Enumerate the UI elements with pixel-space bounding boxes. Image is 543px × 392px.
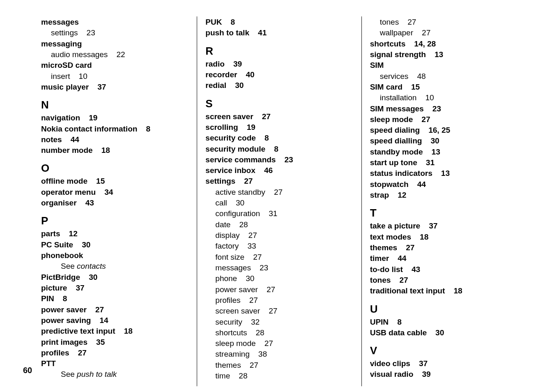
index-subentry: tones 27 — [370, 17, 518, 27]
index-entry: service inbox 46 — [205, 166, 353, 175]
index-entry-term: security module — [205, 145, 265, 153]
index-subentry: phone 30 — [205, 274, 353, 284]
index-subentry-term: themes — [215, 361, 241, 369]
index-entry: standby mode 13 — [370, 147, 518, 157]
index-entry-term: navigation — [41, 113, 80, 122]
index-entry-pages: 37 — [410, 359, 428, 368]
index-subentry-term: factory — [215, 242, 239, 250]
index-entry: take a picture 37 — [370, 221, 518, 231]
index-entry-pages: 18 — [93, 146, 110, 154]
index-entry-pages: 44 — [62, 135, 79, 144]
index-subentry-term: phone — [215, 274, 237, 283]
index-subentry-pages: 28 — [230, 371, 247, 380]
index-entry-term: speed dialing — [370, 126, 420, 134]
index-entry-term: PictBridge — [41, 273, 80, 281]
index-entry: start up tone 31 — [370, 158, 518, 168]
index-subentry: security 32 — [205, 317, 353, 327]
index-entry: print images 35 — [41, 337, 189, 347]
index-subentry: call 30 — [205, 198, 353, 208]
index-entry: security module 8 — [205, 144, 353, 154]
index-entry-pages: 18 — [411, 233, 428, 241]
index-entry-pages: 30 — [422, 136, 439, 145]
index-entry: messaging — [41, 39, 189, 49]
index-letter-heading: P — [41, 214, 189, 227]
index-entry: speed dialing 16, 25 — [370, 125, 518, 135]
index-entry-term: microSD card — [41, 61, 92, 69]
index-entry-pages: 39 — [225, 60, 242, 68]
index-entry-term: shortcuts — [370, 39, 406, 48]
index-entry-pages: 19 — [238, 123, 255, 131]
index-subentry: wallpaper 27 — [370, 28, 518, 38]
index-entry-pages: 40 — [237, 70, 254, 79]
index-subentry-term: installation — [380, 93, 417, 102]
index-subentry: active standby 27 — [205, 187, 353, 197]
index-entry: strap 12 — [370, 190, 518, 200]
index-entry: settings 27 — [205, 176, 353, 186]
index-entry-pages: 41 — [249, 28, 267, 37]
index-letter-heading: S — [205, 97, 353, 110]
index-entry-term: phonebook — [41, 251, 83, 260]
index-subentry: insert 10 — [41, 71, 189, 81]
index-column-2: PUK 8push to talk 41Rradio 39recorder 40… — [197, 16, 361, 386]
index-entry: UPIN 8 — [370, 317, 518, 327]
index-subentry-term: active standby — [215, 188, 265, 196]
index-subentry-pages: 31 — [260, 209, 277, 218]
index-entry: shortcuts 14, 28 — [370, 39, 518, 49]
index-subentry-term: font size — [215, 253, 244, 261]
index-subentry-term: insert — [51, 72, 70, 81]
index-entry: scrolling 19 — [205, 122, 353, 132]
index-subentry: shortcuts 28 — [205, 328, 353, 338]
index-entry-pages: 27 — [69, 348, 87, 357]
index-entry-pages: 31 — [417, 158, 435, 167]
index-letter-heading: U — [370, 303, 518, 316]
index-entry-term: PC Suite — [41, 240, 73, 249]
index-subentry-pages: 27 — [413, 28, 430, 37]
index-entry: themes 27 — [370, 243, 518, 253]
index-entry-term: organiser — [41, 198, 77, 207]
index-entry: traditional text input 18 — [370, 286, 518, 296]
index-subentry-term: services — [380, 72, 409, 81]
index-entry: music player 37 — [41, 82, 189, 92]
index-entry-pages: 39 — [413, 370, 430, 378]
index-entry-pages: 34 — [96, 188, 113, 196]
index-entry-pages: 15 — [87, 177, 105, 185]
index-entry-pages: 13 — [423, 148, 440, 156]
index-entry-pages: 13 — [433, 169, 450, 178]
index-subentry: screen saver 27 — [205, 306, 353, 316]
index-entry-pages: 44 — [409, 180, 426, 189]
index-entry: power saver 27 — [41, 305, 189, 315]
index-entry-term: strap — [370, 191, 389, 199]
index-entry-pages: 46 — [255, 166, 273, 175]
see-target: contacts — [77, 262, 106, 270]
index-subentry: streaming 38 — [205, 349, 353, 359]
index-entry: sleep mode 27 — [370, 115, 518, 125]
index-entry: service commands 23 — [205, 155, 353, 165]
index-entry-pages: 30 — [73, 240, 90, 249]
index-subentry-pages: 27 — [256, 339, 273, 348]
index-entry-term: recorder — [205, 70, 237, 79]
index-entry-term: messaging — [41, 39, 82, 48]
index-entry: text modes 18 — [370, 232, 518, 242]
index-entry-pages: 37 — [420, 221, 437, 230]
index-entry-term: speed dialling — [370, 136, 422, 145]
index-entry-term: service commands — [205, 155, 276, 164]
index-entry-term: status indicators — [370, 169, 433, 178]
index-subentry-term: date — [215, 220, 230, 229]
index-entry-pages: 43 — [77, 198, 94, 207]
index-entry-pages: 8 — [265, 145, 278, 153]
index-entry: stopwatch 44 — [370, 180, 518, 189]
index-subentry-term: wallpaper — [380, 28, 413, 37]
index-see-reference: See push to talk — [41, 369, 189, 379]
index-entry-term: offline mode — [41, 177, 87, 185]
index-entry-term: SIM — [370, 61, 384, 69]
see-target: push to talk — [77, 370, 117, 378]
index-subentry-pages: 23 — [78, 28, 95, 37]
index-entry: Nokia contact information 8 — [41, 124, 189, 134]
index-entry-term: SIM card — [370, 83, 403, 91]
index-entry-term: PUK — [205, 18, 222, 26]
index-entry: visual radio 39 — [370, 369, 518, 379]
index-subentry: sleep mode 27 — [205, 339, 353, 348]
index-entry-pages: 12 — [389, 191, 406, 199]
index-subentry: themes 27 — [205, 360, 353, 370]
index-entry: PTT — [41, 359, 189, 369]
